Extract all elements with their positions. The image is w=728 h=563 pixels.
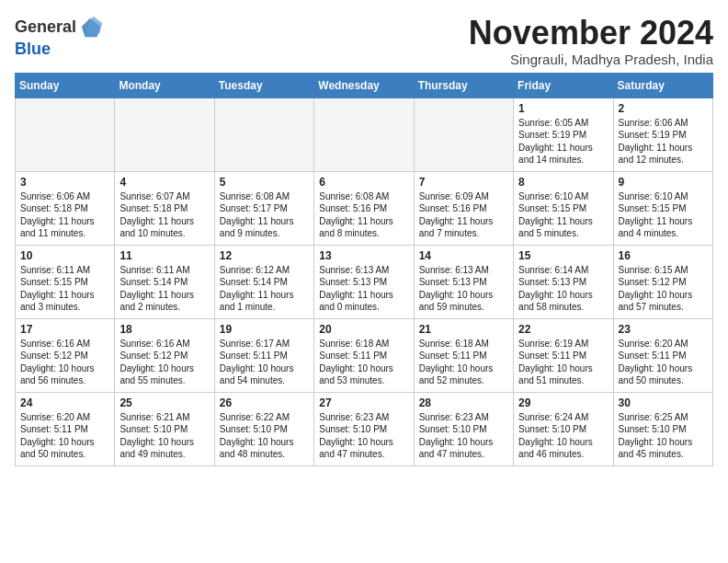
day-info: Sunrise: 6:08 AM Sunset: 5:16 PM Dayligh… <box>319 190 408 240</box>
calendar-cell <box>115 98 214 171</box>
day-info: Sunrise: 6:16 AM Sunset: 5:12 PM Dayligh… <box>119 338 209 387</box>
day-number: 28 <box>419 396 508 409</box>
day-number: 20 <box>319 323 408 336</box>
day-number: 27 <box>319 396 408 409</box>
day-number: 12 <box>220 249 309 262</box>
calendar-cell <box>16 98 115 171</box>
day-number: 19 <box>220 323 309 336</box>
day-number: 17 <box>20 323 109 336</box>
day-number: 18 <box>119 323 209 336</box>
weekday-header-saturday: Saturday <box>613 73 712 98</box>
day-info: Sunrise: 6:07 AM Sunset: 5:18 PM Dayligh… <box>119 190 209 240</box>
calendar-cell: 24Sunrise: 6:20 AM Sunset: 5:11 PM Dayli… <box>16 392 115 465</box>
day-info: Sunrise: 6:11 AM Sunset: 5:14 PM Dayligh… <box>119 264 209 314</box>
day-info: Sunrise: 6:13 AM Sunset: 5:13 PM Dayligh… <box>319 264 408 314</box>
calendar-cell: 29Sunrise: 6:24 AM Sunset: 5:10 PM Dayli… <box>514 392 613 465</box>
day-info: Sunrise: 6:17 AM Sunset: 5:11 PM Dayligh… <box>220 338 309 387</box>
calendar-cell: 22Sunrise: 6:19 AM Sunset: 5:11 PM Dayli… <box>514 318 613 392</box>
day-number: 8 <box>518 176 608 189</box>
calendar-cell: 12Sunrise: 6:12 AM Sunset: 5:14 PM Dayli… <box>214 245 313 318</box>
day-info: Sunrise: 6:16 AM Sunset: 5:12 PM Dayligh… <box>20 338 109 387</box>
day-info: Sunrise: 6:06 AM Sunset: 5:19 PM Dayligh… <box>619 117 708 167</box>
day-info: Sunrise: 6:22 AM Sunset: 5:10 PM Dayligh… <box>220 411 309 461</box>
day-number: 29 <box>518 396 608 409</box>
day-info: Sunrise: 6:19 AM Sunset: 5:11 PM Dayligh… <box>518 338 608 387</box>
calendar-cell <box>314 98 414 171</box>
day-number: 1 <box>518 102 608 115</box>
day-number: 2 <box>619 102 708 115</box>
calendar-cell: 15Sunrise: 6:14 AM Sunset: 5:13 PM Dayli… <box>514 245 613 318</box>
calendar-cell: 7Sunrise: 6:09 AM Sunset: 5:16 PM Daylig… <box>414 171 513 245</box>
day-number: 16 <box>619 249 708 262</box>
header: General Blue November 2024 Singrauli, Ma… <box>15 15 713 67</box>
weekday-header-friday: Friday <box>514 73 613 98</box>
logo-general: General <box>15 18 76 37</box>
day-info: Sunrise: 6:14 AM Sunset: 5:13 PM Dayligh… <box>518 264 608 314</box>
calendar-cell: 10Sunrise: 6:11 AM Sunset: 5:15 PM Dayli… <box>16 245 115 318</box>
day-info: Sunrise: 6:05 AM Sunset: 5:19 PM Dayligh… <box>518 117 608 167</box>
calendar-cell: 5Sunrise: 6:08 AM Sunset: 5:17 PM Daylig… <box>214 171 313 245</box>
calendar-cell: 1Sunrise: 6:05 AM Sunset: 5:19 PM Daylig… <box>514 98 613 171</box>
calendar-cell: 19Sunrise: 6:17 AM Sunset: 5:11 PM Dayli… <box>214 318 313 392</box>
weekday-header-thursday: Thursday <box>414 73 513 98</box>
day-number: 15 <box>518 249 608 262</box>
day-number: 23 <box>619 323 708 336</box>
calendar-cell: 27Sunrise: 6:23 AM Sunset: 5:10 PM Dayli… <box>314 392 414 465</box>
calendar-table: SundayMondayTuesdayWednesdayThursdayFrid… <box>15 73 713 466</box>
calendar-cell: 3Sunrise: 6:06 AM Sunset: 5:18 PM Daylig… <box>16 171 115 245</box>
weekday-header-sunday: Sunday <box>16 73 115 98</box>
calendar-cell <box>414 98 513 171</box>
day-info: Sunrise: 6:11 AM Sunset: 5:15 PM Dayligh… <box>20 264 109 314</box>
subtitle: Singrauli, Madhya Pradesh, India <box>469 52 713 67</box>
calendar-cell: 17Sunrise: 6:16 AM Sunset: 5:12 PM Dayli… <box>16 318 115 392</box>
day-info: Sunrise: 6:13 AM Sunset: 5:13 PM Dayligh… <box>419 264 508 314</box>
calendar-cell: 23Sunrise: 6:20 AM Sunset: 5:11 PM Dayli… <box>613 318 712 392</box>
calendar-cell: 18Sunrise: 6:16 AM Sunset: 5:12 PM Dayli… <box>115 318 214 392</box>
day-info: Sunrise: 6:18 AM Sunset: 5:11 PM Dayligh… <box>419 338 508 387</box>
calendar-cell: 30Sunrise: 6:25 AM Sunset: 5:10 PM Dayli… <box>613 392 712 465</box>
day-info: Sunrise: 6:23 AM Sunset: 5:10 PM Dayligh… <box>419 411 508 461</box>
day-number: 14 <box>419 249 508 262</box>
month-title: November 2024 <box>469 15 713 52</box>
day-info: Sunrise: 6:08 AM Sunset: 5:17 PM Dayligh… <box>220 190 309 240</box>
calendar-cell: 26Sunrise: 6:22 AM Sunset: 5:10 PM Dayli… <box>214 392 313 465</box>
calendar-cell: 13Sunrise: 6:13 AM Sunset: 5:13 PM Dayli… <box>314 245 414 318</box>
day-number: 21 <box>419 323 508 336</box>
day-info: Sunrise: 6:18 AM Sunset: 5:11 PM Dayligh… <box>319 338 408 387</box>
weekday-header-wednesday: Wednesday <box>314 73 414 98</box>
calendar-cell: 28Sunrise: 6:23 AM Sunset: 5:10 PM Dayli… <box>414 392 513 465</box>
calendar-cell: 6Sunrise: 6:08 AM Sunset: 5:16 PM Daylig… <box>314 171 414 245</box>
calendar-cell: 8Sunrise: 6:10 AM Sunset: 5:15 PM Daylig… <box>514 171 613 245</box>
day-number: 7 <box>419 176 508 189</box>
day-number: 25 <box>119 396 209 409</box>
day-number: 4 <box>119 176 209 189</box>
calendar-cell: 14Sunrise: 6:13 AM Sunset: 5:13 PM Dayli… <box>414 245 513 318</box>
day-number: 26 <box>220 396 309 409</box>
calendar-cell: 4Sunrise: 6:07 AM Sunset: 5:18 PM Daylig… <box>115 171 214 245</box>
calendar-cell: 2Sunrise: 6:06 AM Sunset: 5:19 PM Daylig… <box>613 98 712 171</box>
day-info: Sunrise: 6:12 AM Sunset: 5:14 PM Dayligh… <box>220 264 309 314</box>
day-number: 30 <box>619 396 708 409</box>
logo-blue: Blue <box>15 40 104 59</box>
day-info: Sunrise: 6:10 AM Sunset: 5:15 PM Dayligh… <box>518 190 608 240</box>
weekday-header-monday: Monday <box>115 73 214 98</box>
calendar-cell: 25Sunrise: 6:21 AM Sunset: 5:10 PM Dayli… <box>115 392 214 465</box>
calendar-cell <box>214 98 313 171</box>
calendar-cell: 9Sunrise: 6:10 AM Sunset: 5:15 PM Daylig… <box>613 171 712 245</box>
day-number: 3 <box>20 176 109 189</box>
day-info: Sunrise: 6:15 AM Sunset: 5:12 PM Dayligh… <box>619 264 708 314</box>
day-number: 9 <box>619 176 708 189</box>
calendar-cell: 21Sunrise: 6:18 AM Sunset: 5:11 PM Dayli… <box>414 318 513 392</box>
calendar-cell: 16Sunrise: 6:15 AM Sunset: 5:12 PM Dayli… <box>613 245 712 318</box>
day-number: 6 <box>319 176 408 189</box>
weekday-header-tuesday: Tuesday <box>214 73 313 98</box>
day-info: Sunrise: 6:25 AM Sunset: 5:10 PM Dayligh… <box>619 411 708 461</box>
day-info: Sunrise: 6:23 AM Sunset: 5:10 PM Dayligh… <box>319 411 408 461</box>
logo-icon <box>78 15 104 40</box>
day-info: Sunrise: 6:10 AM Sunset: 5:15 PM Dayligh… <box>619 190 708 240</box>
calendar-cell: 20Sunrise: 6:18 AM Sunset: 5:11 PM Dayli… <box>314 318 414 392</box>
day-number: 11 <box>119 249 209 262</box>
day-info: Sunrise: 6:06 AM Sunset: 5:18 PM Dayligh… <box>20 190 109 240</box>
day-info: Sunrise: 6:21 AM Sunset: 5:10 PM Dayligh… <box>119 411 209 461</box>
day-number: 5 <box>220 176 309 189</box>
